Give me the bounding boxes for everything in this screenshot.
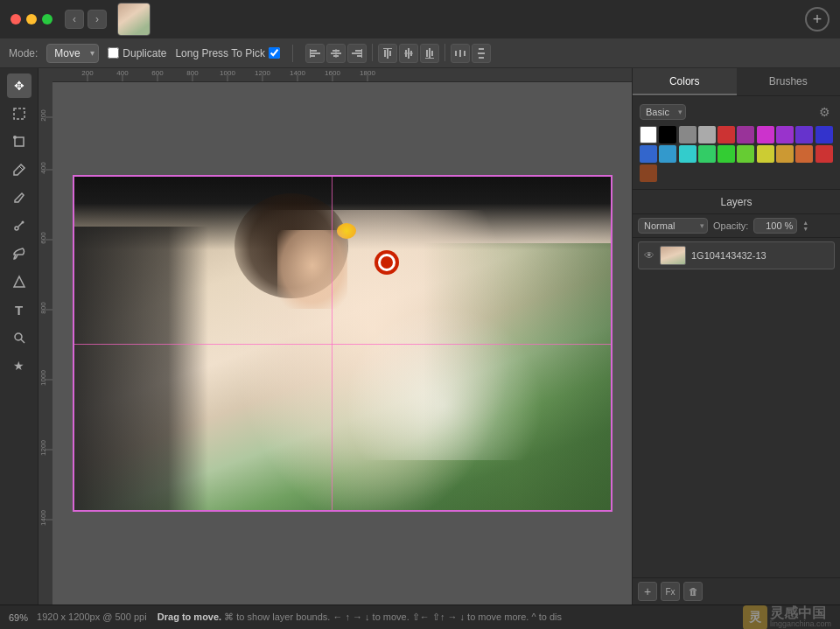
swatch-cyan-blue[interactable] [659,145,676,163]
swatch-gray1[interactable] [679,126,696,143]
select-tool-button[interactable] [7,101,32,126]
svg-rect-7 [335,49,336,58]
image-canvas[interactable] [73,175,612,512]
swatch-blue-violet[interactable] [795,126,813,143]
swatch-yellow[interactable] [757,145,774,163]
swatch-white[interactable] [640,126,657,143]
titlebar: ‹ › + [0,0,840,38]
swatch-orange[interactable] [776,145,794,163]
opacity-stepper: ▲ ▼ [802,220,808,232]
mode-select[interactable]: Move [46,44,99,63]
watermark-url: lingganchina.com [770,620,831,629]
distribute-h-button[interactable] [451,44,470,63]
star-tool-button[interactable]: ★ [7,353,32,378]
nav-arrows: ‹ › [65,10,107,29]
layer-thumbnail [660,246,686,265]
svg-rect-20 [426,50,428,57]
svg-marker-35 [14,276,24,287]
layers-section: Layers Normal Multiply Screen Overlay Op… [633,189,840,605]
opacity-input[interactable] [753,218,797,234]
svg-rect-26 [464,51,466,56]
swatch-green[interactable] [718,145,735,163]
layer-item[interactable]: 👁 1G104143432-13 [638,241,835,269]
transform-tool-button[interactable] [7,129,32,154]
svg-rect-29 [479,57,484,59]
svg-text:200: 200 [81,69,94,77]
fx-button[interactable]: Fx [661,582,680,601]
swatch-teal[interactable] [698,145,716,163]
colors-gear-button[interactable]: ⚙ [816,103,833,121]
align-top-button[interactable] [378,44,397,63]
swatch-brown[interactable] [640,164,657,182]
swatch-purple[interactable] [737,126,754,143]
canvas-area[interactable]: 200 400 600 800 1000 1200 1400 1600 1800 [38,68,632,605]
swatch-magenta[interactable] [757,126,774,143]
swatch-lime[interactable] [737,145,754,163]
svg-rect-13 [387,48,388,59]
delete-layer-button[interactable]: 🗑 [683,582,703,601]
svg-text:800: 800 [39,302,47,314]
canvas-content[interactable] [52,82,632,605]
long-press-checkbox[interactable] [269,47,280,59]
brush-tool-button[interactable] [7,241,32,266]
blend-mode-select[interactable]: Normal Multiply Screen Overlay [638,218,708,234]
maximize-button[interactable] [42,14,52,24]
layer-name-label: 1G104143432-13 [691,250,829,261]
back-button[interactable]: ‹ [65,10,84,29]
document-thumbnail[interactable] [117,3,150,36]
tab-colors[interactable]: Colors [633,68,737,95]
minimize-button[interactable] [26,14,37,24]
swatch-blue2[interactable] [640,145,657,163]
opacity-up-button[interactable]: ▲ [802,220,808,226]
right-panel: Colors Brushes Basic ⚙ [632,68,840,605]
swatch-blue[interactable] [816,126,833,143]
tab-brushes[interactable]: Brushes [737,68,841,95]
mode-label: Mode: [9,47,38,59]
dis-hint: ^ to dis [531,612,562,622]
zoom-level: 69% [9,612,28,623]
preset-select[interactable]: Basic [640,104,686,120]
duplicate-checkbox[interactable] [108,47,119,59]
distribute-v-button[interactable] [472,44,491,63]
pen-tool-button[interactable] [7,157,32,182]
eraser-tool-button[interactable] [7,185,32,210]
forward-button[interactable]: › [88,10,107,29]
layers-title: Layers [720,196,752,208]
swatch-cyan[interactable] [679,145,696,163]
add-document-button[interactable]: + [805,7,830,31]
align-bottom-button[interactable] [420,44,439,63]
opacity-down-button[interactable]: ▼ [802,226,808,232]
add-layer-button[interactable]: + [638,582,657,601]
swatch-dark-red[interactable] [816,145,833,163]
align-left-button[interactable] [305,44,325,63]
swatch-gray2[interactable] [698,126,716,143]
svg-rect-25 [459,50,461,57]
swatch-red[interactable] [718,126,735,143]
svg-rect-23 [425,58,434,59]
svg-line-32 [19,166,23,170]
svg-text:600: 600 [151,69,164,77]
toolbar-divider-3 [444,44,445,61]
ruler-horizontal: 200 400 600 800 1000 1200 1400 1600 1800 [52,68,632,82]
layer-visibility-button[interactable]: 👁 [644,249,654,262]
svg-rect-9 [352,52,362,54]
align-right-button[interactable] [347,44,367,63]
svg-rect-3 [310,49,311,58]
close-button[interactable] [10,14,21,24]
svg-text:1400: 1400 [290,69,305,77]
swatch-burnt-orange[interactable] [795,145,813,163]
svg-rect-0 [310,50,317,52]
zoom-tool-button[interactable] [7,325,32,350]
svg-text:400: 400 [39,162,47,174]
shape-tool-button[interactable] [7,269,32,294]
move-tool-button[interactable]: ✥ [7,73,32,98]
align-center-v-button[interactable] [399,44,418,63]
align-center-h-button[interactable] [326,44,346,63]
text-tool-button[interactable]: T [7,297,32,322]
swatch-black[interactable] [659,126,676,143]
duplicate-wrap: Duplicate [108,47,166,59]
svg-point-34 [21,221,24,224]
toolbar: Mode: Move Duplicate Long Press To Pick [0,38,840,68]
swatch-violet[interactable] [776,126,794,143]
eyedropper-tool-button[interactable] [7,213,32,238]
